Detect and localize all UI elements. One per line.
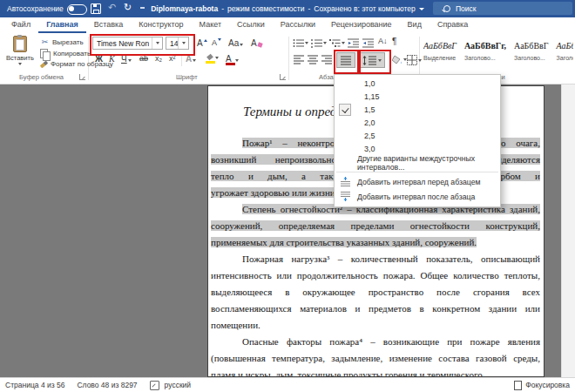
redo-icon[interactable]: ↻ [124,3,132,12]
word-count[interactable]: Слово 48 из 8297 [77,381,137,389]
line-spacing-icon [362,56,376,65]
sort-button[interactable]: А↓ [378,37,388,45]
menu-item-spacing-2,5[interactable]: 2,5 [335,129,500,142]
menu-item-add-space-after[interactable]: Добавить интервал после абзаца [335,189,500,204]
focus-mode-button[interactable]: Фокусировка [514,381,570,390]
highlight-color-button[interactable] [206,55,219,61]
copy-button[interactable]: Копировать [40,49,91,58]
tab-Вставка[interactable]: Вставка [86,17,131,33]
change-case-button[interactable]: Аа [228,38,243,48]
shrink-font-button[interactable]: А [212,38,221,47]
italic-button[interactable]: К [109,54,115,64]
document-line[interactable]: интенсивность или продолжительность пожа… [208,267,544,284]
menu-item-spacing-1,0[interactable]: 1,0 [335,77,500,90]
cut-button[interactable]: ✂ Вырезать [40,37,84,46]
multilevel-list-button[interactable] [329,38,345,48]
numbering-button[interactable] [311,38,327,48]
text-effects-button[interactable]: А [186,54,196,64]
text: интенсивность или продолжительность пожа… [211,270,540,280]
document-line[interactable]: выделяющееся в окружающее пространство п… [208,284,544,301]
caret-up-icon [204,39,207,42]
subscript-button[interactable]: x₂ [155,54,162,63]
style-card[interactable]: АаБбВвГЗаголово... [514,36,549,71]
divider [181,54,182,66]
style-card[interactable]: АаБбВвГг,Заголово... [464,36,506,71]
document-line[interactable]: Пожарная нагрузка³ – количественный пока… [208,251,544,267]
shrink-font-label: А [212,38,217,47]
increase-indent-icon [362,38,374,48]
text: помещении. [211,320,260,330]
clipboard-dialog-launcher-icon[interactable] [79,74,85,80]
document-line[interactable]: помещении. [208,317,544,334]
bullets-icon [293,38,304,48]
undo-icon[interactable]: ↶ [108,3,116,12]
tab-Конструктор[interactable]: Конструктор [131,17,191,33]
clear-formatting-button[interactable]: А [251,38,262,48]
tab-Ссылки[interactable]: Ссылки [229,17,273,33]
paste-button[interactable]: Вставить [4,36,36,72]
menu-item-add-space-before[interactable]: Добавить интервал перед абзацем [335,174,500,189]
quick-access-menu-icon[interactable] [140,7,145,9]
more-spacing-label: Другие варианты междустрочных интервалов… [357,154,500,172]
autosave-toggle[interactable] [67,4,87,15]
line-spacing-button[interactable] [359,52,385,68]
style-name: Заголово... [557,55,573,61]
document-line[interactable]: пламя и искры, дым, токсичные продукты г… [208,367,544,377]
increase-indent-button[interactable] [362,38,374,48]
text: выделяющееся в окружающее пространство п… [211,287,540,297]
tab-Рецензирование[interactable]: Рецензирование [323,17,400,33]
borders-button[interactable] [407,55,422,65]
saved-status[interactable]: Сохранено в: этот компьютер [314,4,416,13]
font-dialog-launcher-icon[interactable] [280,74,286,80]
style-card[interactable]: АаБбВвГВыделение [423,36,457,71]
document-line[interactable]: применяемых для строительства указанных … [208,234,544,251]
page-indicator[interactable]: Страница 4 из 56 [5,381,64,389]
document-line[interactable]: (повышенная температура, задымление, изм… [208,350,544,367]
menu-item-spacing-1,15[interactable]: 1,15 [335,90,500,103]
decrease-indent-button[interactable] [348,38,359,48]
document-line[interactable]: воспламеняющихся материалов и предметов … [208,301,544,317]
font-name-combo[interactable]: Times New Ron [92,37,163,50]
document-line[interactable]: Опасные факторы пожара⁴ – возникающие пр… [208,334,544,350]
menu-item-spacing-2,0[interactable]: 2,0 [335,116,500,129]
font-color-button[interactable]: А [226,54,239,64]
save-icon[interactable] [91,3,101,14]
search-input[interactable]: Поиск [433,2,572,15]
justify-button[interactable] [336,52,355,68]
styles-gallery: АаБбВвГВыделениеАаБбВвГг,Заголово...АаБб… [423,36,573,71]
italic-label: К [109,54,115,64]
chevron-down-icon [342,42,345,44]
underline-label: Ч [121,54,127,64]
font-size-combo[interactable]: 14 [166,37,189,50]
group-divider [88,37,89,80]
bullets-button[interactable] [293,38,308,48]
shading-button[interactable] [392,55,407,64]
align-right-button[interactable] [321,55,332,64]
paint-bucket-icon [392,55,402,64]
menu-item-more-spacing-options[interactable]: Другие варианты междустрочных интервалов… [335,155,500,170]
document-line[interactable]: сооружений, определяемая пределами огнес… [208,218,544,234]
align-center-button[interactable] [308,55,318,64]
tab-Главная[interactable]: Главная [38,17,86,33]
language-indicator[interactable]: русский [165,381,192,389]
style-card[interactable]: АаБбВвГЗаголово... [557,36,573,71]
grow-font-button[interactable]: А [197,38,207,48]
style-name: Заголово... [514,55,545,61]
add-space-after-icon [340,192,351,203]
proofing-icon[interactable] [150,381,159,390]
tab-Рассылки[interactable]: Рассылки [273,17,323,33]
underline-button[interactable]: Ч [121,54,132,64]
vertical-scrollbar[interactable] [561,84,575,377]
tab-Вид[interactable]: Вид [400,17,430,33]
style-name: Выделение [423,55,456,61]
bold-label: Ж [95,54,103,64]
menu-item-spacing-1,5[interactable]: 1,5 [335,103,500,116]
show-marks-button[interactable]: ¶ [392,37,396,46]
align-left-button[interactable] [294,55,304,64]
bold-button[interactable]: Ж [95,54,103,64]
superscript-button[interactable]: x² [169,54,176,63]
tab-Макет[interactable]: Макет [192,17,229,33]
tab-Файл[interactable]: Файл [3,17,38,33]
tab-Справка[interactable]: Справка [430,17,476,33]
strikethrough-button[interactable]: ab [139,54,148,63]
